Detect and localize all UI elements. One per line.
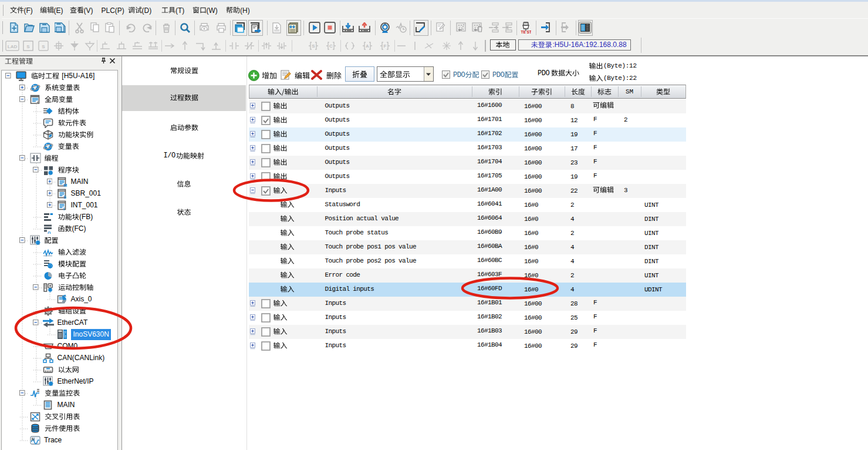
svg-text:S: S [312, 43, 315, 49]
svg-text:S: S [42, 44, 45, 49]
svg-text:S: S [26, 44, 30, 49]
svg-text:N: N [32, 437, 35, 441]
svg-text:I: I [63, 206, 65, 210]
svg-text:TE: TE [521, 29, 526, 33]
svg-text:ST: ST [527, 29, 532, 33]
svg-text:C: C [329, 43, 333, 49]
svg-text:F: F [384, 43, 387, 49]
svg-text:(): () [48, 230, 51, 234]
svg-text:S: S [63, 194, 66, 199]
svg-text:M: M [63, 182, 67, 187]
svg-text:A: A [366, 43, 369, 49]
svg-text:LAD: LAD [8, 44, 18, 49]
